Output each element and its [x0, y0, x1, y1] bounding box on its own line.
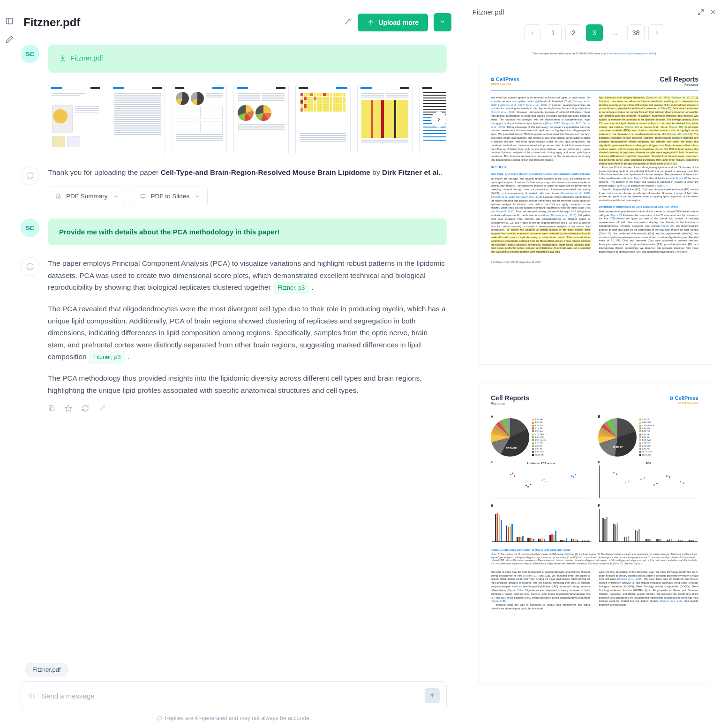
document-page: Cell Reports Resource ¤CellPress OPEN AC…	[479, 383, 711, 683]
wand-icon[interactable]	[98, 405, 106, 412]
user-prompt-row: SC Provide me with details about the PCA…	[19, 218, 447, 245]
message-actions	[48, 405, 447, 412]
chevron-down-icon	[113, 193, 119, 200]
preview-header: Fitzner.pdf	[461, 0, 728, 24]
pager: 1 2 3 ... 38	[461, 24, 728, 48]
thumbnail[interactable]	[233, 85, 289, 154]
disclaimer: Replies are AI-generated and may not alw…	[21, 715, 447, 721]
copy-icon[interactable]	[48, 405, 55, 412]
input-area: Fitzner.pdf Replies are AI-generated and…	[19, 663, 461, 728]
svg-rect-0	[6, 18, 13, 24]
slides-icon	[140, 193, 146, 200]
context-file-chip[interactable]: Fitzner.pdf	[25, 663, 68, 676]
page-prev-button[interactable]	[524, 24, 541, 41]
chevron-right-icon	[435, 116, 442, 123]
pdf-to-slides-dropdown[interactable]: PDF to Slides	[133, 187, 208, 206]
action-dropdowns: PDF Summary PDF to Slides	[48, 187, 447, 206]
citation-chip[interactable]: Fitzner, p3	[273, 282, 309, 294]
thumbnail[interactable]	[172, 85, 227, 154]
document-page: ¤CellPress OPEN ACCESS Cell Reports Reso…	[479, 64, 711, 364]
library-icon[interactable]	[28, 691, 36, 700]
scatter-plot-c: Lipidome - PCA scores	[492, 465, 591, 498]
page-title: Fitzner.pdf	[23, 16, 338, 29]
upload-more-button[interactable]: Upload more	[358, 14, 428, 31]
document-scroll[interactable]: This is an open access article under the…	[461, 48, 728, 728]
thumbnail[interactable]	[110, 85, 165, 154]
page-number-button[interactable]: 1	[545, 24, 562, 41]
chevron-left-icon	[530, 30, 535, 36]
page-next-button[interactable]	[648, 24, 665, 41]
pie-chart-b: 32.8% PC	[598, 418, 637, 457]
star-icon[interactable]	[65, 405, 72, 412]
pie-chart-a: 37.7% PC	[491, 418, 529, 457]
close-icon[interactable]	[709, 8, 717, 16]
bot-intro-row: Thank you for uploading the paper Cell-T…	[19, 166, 447, 207]
refresh-icon[interactable]	[82, 405, 89, 412]
arrow-up-icon	[429, 692, 435, 699]
preview-panel: Fitzner.pdf 1 2 3 ... 38 This is an open…	[461, 0, 728, 728]
bar-chart-f	[599, 509, 698, 542]
smile-icon	[26, 172, 34, 180]
sidebar-toggle-icon[interactable]	[5, 17, 14, 27]
message-input-container	[21, 681, 447, 710]
svg-rect-5	[50, 407, 54, 411]
user-avatar: SC	[21, 218, 39, 237]
svg-point-4	[27, 264, 33, 270]
page-number-button-active[interactable]: 3	[586, 24, 603, 41]
bar-chart-e	[492, 509, 591, 542]
user-avatar: SC	[21, 45, 39, 63]
user-prompt-bubble: Provide me with details about the PCA me…	[48, 218, 447, 245]
thumbnail[interactable]	[48, 85, 103, 154]
user-attachment-bubble: Fitzner.pdf	[48, 45, 447, 73]
thumbnails-next-button[interactable]	[431, 112, 447, 128]
thumbnail[interactable]	[357, 85, 413, 154]
upload-dropdown-button[interactable]	[434, 13, 451, 31]
chevron-down-icon	[439, 18, 446, 25]
citation-chip[interactable]: Fitzner, p3	[89, 351, 125, 364]
edit-icon[interactable]	[5, 35, 14, 45]
page-number-button[interactable]: 2	[565, 24, 582, 41]
left-rail	[0, 0, 19, 728]
pdf-summary-dropdown[interactable]: PDF Summary	[48, 187, 126, 206]
bot-avatar	[21, 166, 39, 185]
smile-icon	[26, 263, 34, 271]
bot-answer-row: The paper employs Principal Component An…	[19, 257, 447, 412]
document-icon	[55, 193, 61, 200]
chevron-right-icon	[654, 30, 660, 36]
download-icon	[59, 54, 67, 62]
preview-title: Fitzner.pdf	[473, 8, 692, 16]
bot-answer-content: The paper employs Principal Component An…	[48, 257, 447, 412]
scatter-plot-d: PCA	[599, 465, 698, 498]
chevron-down-icon	[194, 193, 201, 200]
page-ellipsis: ...	[607, 24, 623, 41]
main-column: Fitzner.pdf Upload more SC Fitzner.pdf	[19, 0, 461, 728]
chat-icon	[157, 715, 162, 721]
send-button[interactable]	[425, 688, 440, 703]
page-number-button[interactable]: 38	[627, 24, 645, 41]
expand-icon[interactable]	[697, 8, 705, 16]
thumbnails-row	[19, 85, 447, 154]
chat-scroll: SC Fitzner.pdf	[19, 40, 461, 663]
attached-file-link[interactable]: Fitzner.pdf	[59, 54, 103, 62]
user-message-row: SC Fitzner.pdf	[19, 45, 447, 73]
bot-intro-content: Thank you for uploading the paper Cell-T…	[48, 166, 447, 207]
message-input[interactable]	[42, 692, 419, 700]
svg-rect-3	[141, 195, 145, 198]
bot-avatar	[21, 257, 39, 276]
figure-1-panels: A 37.7% PC 3.9% SM 3.6% CL 3.4% PG 2.1% …	[491, 415, 698, 544]
header: Fitzner.pdf Upload more	[19, 0, 461, 40]
thumbnail[interactable]	[295, 85, 351, 154]
page-thumbnails	[48, 85, 447, 154]
svg-point-2	[27, 173, 33, 179]
magic-wand-icon[interactable]	[344, 17, 352, 27]
